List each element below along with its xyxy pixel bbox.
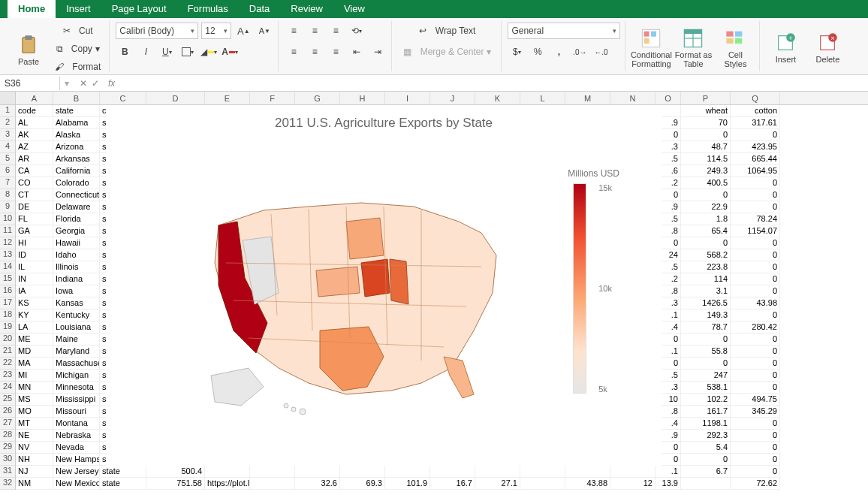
cell[interactable]: 0 (731, 177, 780, 189)
cell[interactable]: 0 (731, 346, 780, 358)
cell[interactable]: ME (16, 334, 53, 346)
cell[interactable]: Maryland (53, 346, 100, 358)
row-header[interactable]: 32 (0, 478, 15, 490)
cell[interactable]: Kentucky (53, 309, 100, 321)
font-size-select[interactable]: 12▾ (201, 23, 231, 39)
col-header-A[interactable]: A (16, 92, 53, 104)
cell[interactable]: 0 (681, 237, 731, 249)
col-header-P[interactable]: P (681, 92, 731, 104)
increase-font-button[interactable]: A▲ (234, 23, 252, 39)
cell[interactable]: AK (16, 129, 53, 141)
col-header-G[interactable]: G (295, 92, 340, 104)
tab-formulas[interactable]: Formulas (177, 0, 239, 18)
cell[interactable]: 1064.95 (731, 165, 780, 177)
cell[interactable]: NV (16, 442, 53, 454)
cell[interactable]: IA (16, 285, 53, 297)
row-header[interactable]: 16 (0, 285, 15, 297)
cell[interactable]: MD (16, 346, 53, 358)
col-header-D[interactable]: D (146, 92, 205, 104)
row-header[interactable]: 25 (0, 394, 15, 406)
align-bottom-button[interactable]: ≡ (327, 23, 345, 39)
cell[interactable]: Florida (53, 213, 100, 225)
cell[interactable]: .1 (656, 466, 681, 478)
cell[interactable]: ID (16, 249, 53, 261)
cell[interactable]: 5.4 (681, 442, 731, 454)
tab-insert[interactable]: Insert (56, 0, 101, 18)
cell[interactable]: GA (16, 225, 53, 237)
insert-cells-button[interactable]: + Insert (766, 23, 805, 71)
cell[interactable]: 65.4 (681, 225, 731, 237)
row-header[interactable]: 10 (0, 213, 15, 225)
cell[interactable]: IN (16, 273, 53, 285)
cell[interactable]: MA (16, 358, 53, 370)
cell[interactable]: NJ (16, 466, 53, 478)
tab-data[interactable]: Data (239, 0, 280, 18)
cell[interactable]: 114 (681, 273, 731, 285)
cell[interactable]: state (100, 466, 146, 478)
cell[interactable]: 0 (731, 129, 780, 141)
font-family-select[interactable]: Calibri (Body)▾ (116, 23, 198, 39)
cell[interactable] (520, 478, 565, 490)
cell[interactable]: 500.4 (146, 466, 205, 478)
cell[interactable]: Indiana (53, 273, 100, 285)
tab-view[interactable]: View (333, 0, 375, 18)
align-top-button[interactable]: ≡ (285, 23, 303, 39)
align-center-button[interactable]: ≡ (306, 44, 324, 60)
cell[interactable]: 400.5 (681, 177, 731, 189)
cell[interactable]: 102.2 (681, 394, 731, 406)
cut-button[interactable]: ✂ Cut (51, 23, 104, 39)
row-header[interactable]: 9 (0, 201, 15, 213)
cell[interactable]: 0 (731, 466, 780, 478)
row-header[interactable]: 19 (0, 321, 15, 334)
cell[interactable] (205, 466, 250, 478)
cell[interactable]: 0 (731, 442, 780, 454)
conditional-formatting-button[interactable]: Conditional Formatting (631, 23, 671, 71)
row-header[interactable]: 27 (0, 418, 15, 430)
cell[interactable]: 0 (731, 237, 780, 249)
tab-page-layout[interactable]: Page Layout (101, 0, 177, 18)
col-header-J[interactable]: J (430, 92, 475, 104)
cell[interactable]: Georgia (53, 225, 100, 237)
cell[interactable]: LA (16, 321, 53, 334)
cell[interactable] (565, 466, 610, 478)
comma-button[interactable]: , (550, 44, 568, 60)
decrease-font-button[interactable]: A▼ (255, 23, 273, 39)
row-header[interactable]: 13 (0, 249, 15, 261)
name-box[interactable]: S36 (0, 77, 60, 90)
cell[interactable]: 223.8 (681, 261, 731, 273)
row-header[interactable]: 30 (0, 454, 15, 466)
row-header[interactable]: 2 (0, 117, 15, 129)
cancel-formula-icon[interactable]: ✕ (80, 78, 87, 89)
copy-button[interactable]: ⧉ Copy ▾ (51, 41, 104, 57)
cell[interactable]: 0 (731, 261, 780, 273)
orientation-button[interactable]: ⟲▾ (348, 23, 366, 39)
row-header[interactable]: 15 (0, 273, 15, 285)
cell[interactable]: Illinois (53, 261, 100, 273)
cell[interactable]: 280.42 (731, 321, 780, 334)
cell[interactable]: 0 (731, 430, 780, 442)
cell[interactable]: 6.7 (681, 466, 731, 478)
cell[interactable]: 0 (731, 382, 780, 394)
row-header[interactable]: 24 (0, 382, 15, 394)
cell[interactable]: 247 (681, 370, 731, 382)
cell[interactable]: 0 (681, 454, 731, 466)
delete-cells-button[interactable]: × Delete (808, 23, 847, 71)
cell[interactable]: 1.8 (681, 213, 731, 225)
col-header-N[interactable]: N (610, 92, 656, 104)
cell[interactable]: Mississippi (53, 394, 100, 406)
cell[interactable]: 70 (681, 117, 731, 129)
cell[interactable] (340, 466, 385, 478)
cell[interactable]: KS (16, 297, 53, 309)
cell[interactable]: New Jersey (53, 466, 100, 478)
cell[interactable]: code (16, 105, 53, 117)
cell[interactable]: Arkansas (53, 153, 100, 165)
cell[interactable]: CO (16, 177, 53, 189)
row-header[interactable]: 1 (0, 105, 15, 117)
row-header[interactable]: 20 (0, 334, 15, 346)
accept-formula-icon[interactable]: ✓ (92, 78, 99, 89)
cell[interactable] (681, 478, 731, 490)
row-header[interactable]: 22 (0, 358, 15, 370)
format-painter-button[interactable]: 🖌 Format (51, 59, 104, 75)
cell[interactable]: AR (16, 153, 53, 165)
cell[interactable]: MI (16, 370, 53, 382)
